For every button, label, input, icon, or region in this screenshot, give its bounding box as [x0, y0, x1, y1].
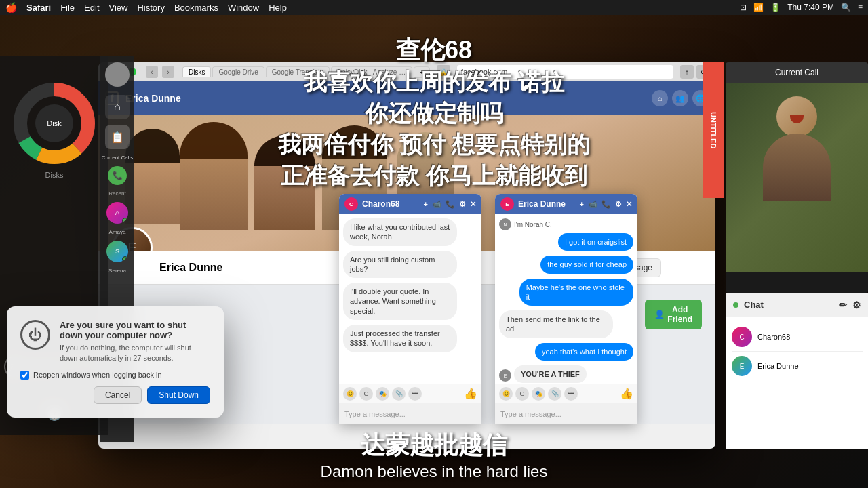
- norah-label: I'm Norah C.: [514, 221, 552, 228]
- airplay-icon[interactable]: ⊡: [740, 3, 747, 12]
- profile-display-name: Erica Dunne: [159, 262, 222, 274]
- subtitle-line4: 我两倍付你 预付 想要点特别的: [0, 129, 868, 161]
- menu-view[interactable]: View: [109, 3, 128, 13]
- add-friend-icon: 👤: [654, 310, 665, 319]
- charon-phone-icon[interactable]: 📞: [446, 200, 455, 209]
- subtitle-line2: 我喜欢你上周的发布 诺拉: [0, 67, 868, 98]
- subtitle-bottom-zh: 达蒙越批越信: [0, 429, 868, 462]
- menu-edit[interactable]: Edit: [84, 3, 99, 13]
- menu-app[interactable]: Safari: [26, 3, 51, 13]
- shutdown-header: ⏻ Are you sure you want to shut down you…: [20, 320, 210, 364]
- erica-msg-4: Then send me the link to the ad: [499, 310, 633, 341]
- subtitle-line1: 查伦68: [0, 34, 868, 67]
- add-friend-button[interactable]: 👤 Add Friend: [645, 300, 702, 329]
- chat-sidebar-header: Chat ✏ ⚙: [726, 293, 868, 317]
- charon-input[interactable]: Type a message...: [339, 403, 481, 424]
- charon-icon-bar: 😊 G 🎭 📎 ••• 👍: [339, 384, 481, 403]
- online-indicator-2: [122, 256, 128, 262]
- menu-history[interactable]: History: [137, 3, 164, 13]
- apple-menu[interactable]: 🍎: [5, 2, 17, 13]
- chat-item-1[interactable]: C Charon68: [732, 323, 863, 352]
- menu-bar-left: 🍎 Safari File Edit View History Bookmark…: [5, 2, 287, 13]
- menu-window[interactable]: Window: [228, 3, 259, 13]
- erica-msg-1: I got it on craigslist: [499, 233, 633, 253]
- charon-settings-icon[interactable]: ⚙: [459, 200, 466, 209]
- menu-bookmarks[interactable]: Bookmarks: [174, 3, 218, 13]
- charon-bubble-3: I'll double your quote. In advance. Want…: [343, 283, 457, 320]
- sticker-icon[interactable]: 🎭: [376, 387, 389, 401]
- shutdown-button[interactable]: Shut Down: [147, 386, 210, 404]
- chat-sidebar: Chat ✏ ⚙ C Charon68 E Erica Dunne: [726, 293, 868, 449]
- erica-emoji-icon[interactable]: 😊: [499, 387, 513, 401]
- subtitle-bottom-en: Damon believes in the hard lies: [0, 462, 868, 481]
- erica-input-placeholder: Type a message...: [500, 410, 561, 418]
- online-indicator: [122, 218, 128, 224]
- erica-input[interactable]: Type a message...: [495, 403, 637, 424]
- menu-file[interactable]: File: [60, 3, 75, 13]
- subtitle-bottom: 达蒙越批越信 Damon believes in the hard lies: [0, 429, 868, 488]
- more-icon[interactable]: •••: [408, 387, 422, 401]
- charon-msg-1: I like what you contributed last week, N…: [343, 218, 477, 249]
- serena-label: Serena: [108, 268, 126, 274]
- reopen-checkbox[interactable]: [20, 371, 29, 380]
- controls-icon[interactable]: ≡: [858, 3, 863, 12]
- wifi-icon[interactable]: 📶: [753, 3, 764, 12]
- emoji-icon[interactable]: 😊: [343, 387, 357, 401]
- messenger-charon-header: C Charon68 + 📹 📞 ⚙ ✕: [339, 194, 481, 214]
- contact-serena-initial: S: [115, 248, 119, 255]
- chat-edit-icon[interactable]: ✏: [839, 300, 847, 310]
- charon-messages: I like what you contributed last week, N…: [339, 214, 481, 384]
- shutdown-checkbox-row: Reopen windows when logging back in: [20, 371, 210, 380]
- charon-bubble-4: Just processed the transfer $$$$. You'll…: [343, 325, 457, 352]
- like-icon[interactable]: 👍: [464, 387, 477, 400]
- charon-add-icon[interactable]: +: [424, 200, 428, 209]
- erica-icon-bar: 😊 G 🎭 📎 ••• 👍: [495, 384, 637, 403]
- messenger-erica-header: E Erica Dunne + 📹 📞 ⚙ ✕: [495, 194, 637, 214]
- messenger-charon: C Charon68 + 📹 📞 ⚙ ✕ I like what you con…: [339, 194, 481, 424]
- contact-amaya-avatar[interactable]: A: [106, 202, 128, 224]
- erica-video-icon[interactable]: 📹: [588, 200, 597, 209]
- charon-msg-2: Are you still doing custom jobs?: [343, 251, 477, 281]
- battery-icon[interactable]: 🔋: [770, 3, 781, 12]
- menu-help[interactable]: Help: [269, 3, 287, 13]
- erica-attach-icon[interactable]: 📎: [548, 387, 561, 401]
- attach-icon[interactable]: 📎: [392, 387, 406, 401]
- time-display: Thu 7:40 PM: [787, 3, 834, 12]
- erica-settings-icon[interactable]: ⚙: [615, 200, 622, 209]
- charon-header-actions: + 📹 📞 ⚙ ✕: [424, 200, 476, 209]
- shutdown-title: Are you sure you want to shut down your …: [60, 320, 210, 340]
- erica-like-icon[interactable]: 👍: [620, 387, 633, 400]
- norah-identity: N I'm Norah C.: [499, 218, 633, 230]
- subtitle-line5: 正准备去付款 你马上就能收到: [0, 161, 868, 192]
- erica-sticker-icon[interactable]: 🎭: [532, 387, 545, 401]
- charon-avatar: C: [344, 197, 358, 211]
- erica-bubble-4: Then send me the link to the ad: [499, 310, 613, 338]
- erica-add-icon[interactable]: +: [580, 200, 584, 209]
- charon-bubble-1: I like what you contributed last week, N…: [343, 218, 457, 246]
- erica-header-actions: + 📹 📞 ⚙ ✕: [580, 200, 632, 209]
- shutdown-text: Are you sure you want to shut down your …: [60, 320, 210, 364]
- charon-video-icon[interactable]: 📹: [432, 200, 441, 209]
- chat-settings-icon[interactable]: ⚙: [852, 300, 861, 310]
- search-icon[interactable]: 🔍: [841, 3, 851, 12]
- erica-phone-icon[interactable]: 📞: [601, 200, 611, 209]
- chat-item-2[interactable]: E Erica Dunne: [732, 352, 863, 380]
- menu-bar: 🍎 Safari File Edit View History Bookmark…: [0, 0, 868, 15]
- erica-bubble-1: I got it on craigslist: [558, 233, 633, 251]
- cancel-button[interactable]: Cancel: [94, 386, 142, 404]
- erica-gif-icon[interactable]: G: [515, 387, 529, 401]
- gif-icon[interactable]: G: [359, 387, 373, 401]
- erica-bubble-5: yeah that's what I thought: [535, 343, 633, 361]
- erica-close-icon[interactable]: ✕: [626, 200, 632, 209]
- erica-more-icon[interactable]: •••: [564, 387, 578, 401]
- reopen-label: Reopen windows when logging back in: [33, 371, 162, 379]
- erica-avatar: E: [500, 197, 514, 211]
- erica-msg-2: the guy sold it for cheap: [499, 256, 633, 276]
- chat-avatar-1: C: [732, 327, 752, 347]
- charon-bubble-2: Are you still doing custom jobs?: [343, 251, 457, 279]
- contact-serena-avatar[interactable]: S: [106, 241, 128, 262]
- add-friend-label: Add Friend: [667, 305, 692, 324]
- chat-list: C Charon68 E Erica Dunne: [726, 317, 868, 386]
- chat-header-content: Chat: [733, 300, 764, 310]
- charon-close-icon[interactable]: ✕: [470, 200, 476, 209]
